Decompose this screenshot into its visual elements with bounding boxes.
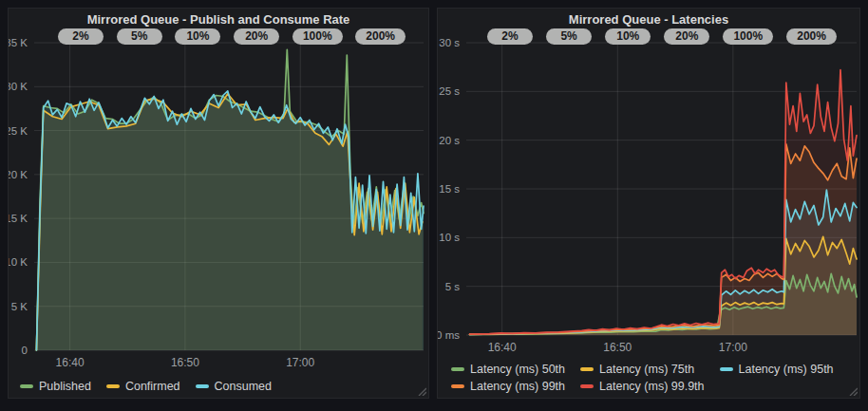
annotation-pill-20pct[interactable]: 20%	[234, 28, 279, 45]
y-tick-label: 30 K	[9, 81, 28, 92]
x-tick-label: 17:00	[719, 341, 747, 354]
y-tick-label: 10 K	[9, 256, 28, 268]
annotation-pill-5pct[interactable]: 5%	[117, 28, 162, 45]
legend-swatch-consumed	[196, 384, 209, 388]
legend-swatch-latency-75th	[580, 367, 594, 371]
annotation-pill-5pct[interactable]: 5%	[546, 28, 592, 45]
y-tick-label: 25 s	[439, 85, 460, 97]
legend-item-latency-50th[interactable]: Latency (ms) 50th	[451, 363, 565, 376]
annotation-pill-2pct[interactable]: 2%	[487, 28, 533, 45]
legend-latencies: Latency (ms) 50th Latency (ms) 75th Late…	[451, 363, 834, 393]
legend-label-latency-95th: Latency (ms) 95th	[739, 363, 834, 376]
legend-item-latency-95th[interactable]: Latency (ms) 95th	[720, 363, 834, 376]
annotation-pill-100pct[interactable]: 100%	[723, 28, 773, 45]
legend-swatch-confirmed	[106, 384, 120, 388]
annotation-pill-2pct[interactable]: 2%	[58, 28, 104, 45]
y-tick-label: 0	[22, 345, 28, 356]
legend-swatch-latency-50th	[451, 367, 464, 371]
panel-resize-handle[interactable]	[848, 386, 858, 396]
annotation-pill-row: 2% 5% 10% 20% 100% 200%	[487, 28, 837, 45]
legend-label-consumed: Consumed	[215, 380, 272, 393]
legend-label-published: Published	[39, 380, 91, 393]
legend-swatch-published	[20, 384, 33, 388]
panel-publish-consume-rate: Mirrored Queue - Publish and Consume Rat…	[8, 8, 429, 399]
annotation-pill-200pct[interactable]: 200%	[355, 28, 406, 45]
annotation-pill-200pct[interactable]: 200%	[786, 28, 837, 45]
legend-item-consumed[interactable]: Consumed	[196, 380, 272, 393]
annotation-pill-100pct[interactable]: 100%	[292, 28, 343, 45]
y-tick-label: 20 s	[439, 135, 460, 146]
panel-resize-handle[interactable]	[417, 386, 426, 396]
y-tick-label: 10 s	[439, 232, 460, 243]
legend-item-confirmed[interactable]: Confirmed	[106, 380, 180, 393]
legend-item-latency-75th[interactable]: Latency (ms) 75th	[580, 363, 694, 376]
legend-item-published[interactable]: Published	[20, 380, 91, 393]
y-tick-label: 25 K	[9, 125, 28, 137]
x-tick-label: 16:50	[603, 341, 632, 354]
y-tick-label: 30 s	[439, 37, 460, 48]
legend-publish-consume: Published Confirmed Consumed	[20, 380, 272, 393]
y-tick-label: 5 K	[11, 301, 28, 312]
legend-label-confirmed: Confirmed	[125, 380, 180, 393]
legend-swatch-latency-99th	[451, 384, 464, 388]
legend-label-latency-99th: Latency (ms) 99th	[470, 380, 565, 393]
page-root: { "panels": [ { "title": "Mirrored Queue…	[0, 0, 868, 411]
x-tick-label: 17:00	[286, 356, 314, 369]
legend-label-latency-99-9th: Latency (ms) 99.9th	[599, 380, 704, 393]
chart-plot-latencies[interactable]: 0 ms5 s10 s15 s20 s25 s30 s16:4016:5017:…	[438, 9, 859, 398]
annotation-pill-10pct[interactable]: 10%	[175, 28, 220, 45]
legend-label-latency-75th: Latency (ms) 75th	[599, 363, 694, 376]
legend-label-latency-50th: Latency (ms) 50th	[470, 363, 565, 376]
x-tick-label: 16:50	[171, 356, 199, 369]
legend-item-latency-99-9th[interactable]: Latency (ms) 99.9th	[580, 380, 704, 393]
panel-latencies: Mirrored Queue - Latencies 2% 5% 10% 20%…	[437, 8, 860, 399]
x-tick-label: 16:40	[488, 341, 517, 354]
y-tick-label: 0 ms	[438, 329, 460, 341]
legend-swatch-latency-99-9th	[580, 384, 594, 388]
legend-swatch-latency-95th	[720, 367, 733, 371]
annotation-pill-row: 2% 5% 10% 20% 100% 200%	[58, 28, 406, 45]
annotation-pill-10pct[interactable]: 10%	[605, 28, 651, 45]
legend-item-latency-99th[interactable]: Latency (ms) 99th	[451, 380, 565, 393]
y-tick-label: 5 s	[445, 281, 461, 292]
annotation-pill-20pct[interactable]: 20%	[664, 28, 709, 45]
y-tick-label: 35 K	[9, 37, 28, 48]
y-tick-label: 15 K	[9, 213, 28, 224]
chart-plot-publish-consume[interactable]: 05 K10 K15 K20 K25 K30 K35 K16:4016:5017…	[9, 9, 428, 398]
y-tick-label: 15 s	[439, 183, 460, 195]
x-tick-label: 16:40	[56, 356, 85, 369]
y-tick-label: 20 K	[9, 169, 28, 180]
